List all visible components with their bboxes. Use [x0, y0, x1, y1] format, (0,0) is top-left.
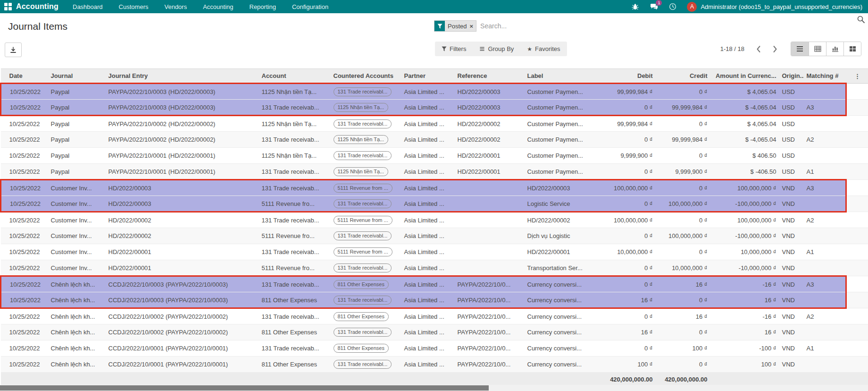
- cell-reference[interactable]: [455, 228, 525, 244]
- cell-opt[interactable]: [846, 132, 868, 148]
- cell-debit[interactable]: 100 ₫: [598, 357, 656, 373]
- cell-journal[interactable]: Paypal: [48, 100, 106, 116]
- cell-currency[interactable]: VND: [779, 260, 804, 276]
- cell-account[interactable]: 1125 Nhận tiền Tạ...: [259, 148, 331, 164]
- cell-credit[interactable]: 0 ₫: [656, 116, 710, 132]
- cell-label[interactable]: Customer Paymen...: [525, 84, 598, 100]
- cell-matching[interactable]: [804, 196, 846, 212]
- table-row[interactable]: 10/25/2022PaypalPAYPA/2022/10/0003 (HD/2…: [1, 100, 868, 116]
- cell-countered[interactable]: 131 Trade receivabl...: [331, 292, 401, 308]
- cell-countered[interactable]: 811 Other Expenses: [331, 276, 401, 292]
- cell-debit[interactable]: 0 ₫: [598, 132, 656, 148]
- view-graph-button[interactable]: [826, 42, 843, 56]
- cell-journal[interactable]: Paypal: [48, 84, 106, 100]
- cell-journal[interactable]: Chênh lệch kh...: [48, 357, 106, 373]
- menu-reporting[interactable]: Reporting: [250, 3, 276, 10]
- cell-date[interactable]: 10/25/2022: [1, 196, 48, 212]
- cell-partner[interactable]: Asia Limited ...: [401, 324, 455, 340]
- cell-countered[interactable]: 1125 Nhận tiền Tạ...: [331, 132, 401, 148]
- table-row[interactable]: 10/25/2022Customer Inv...HD/2022/0000351…: [1, 196, 868, 212]
- cell-reference[interactable]: HD/2022/00002: [455, 132, 525, 148]
- cell-matching[interactable]: [804, 260, 846, 276]
- column-header-partner[interactable]: Partner: [401, 69, 455, 84]
- cell-entry[interactable]: HD/2022/00002: [106, 228, 259, 244]
- cell-reference[interactable]: [455, 212, 525, 228]
- cell-amount[interactable]: -16 ₫: [710, 276, 779, 292]
- cell-countered[interactable]: 131 Trade receivabl...: [331, 228, 401, 244]
- cell-reference[interactable]: HD/2022/00002: [455, 116, 525, 132]
- cell-credit[interactable]: 0 ₫: [656, 357, 710, 373]
- cell-account[interactable]: 131 Trade receivab...: [259, 180, 331, 196]
- column-header-matching[interactable]: Matching #: [804, 69, 846, 84]
- cell-credit[interactable]: 10,000,000 ₫: [656, 260, 710, 276]
- cell-debit[interactable]: 0 ₫: [598, 276, 656, 292]
- filters-button[interactable]: Filters: [442, 45, 466, 52]
- cell-currency[interactable]: VND: [779, 180, 804, 196]
- cell-debit[interactable]: 0 ₫: [598, 164, 656, 180]
- cell-opt[interactable]: [846, 164, 868, 180]
- cell-date[interactable]: 10/25/2022: [1, 180, 48, 196]
- cell-journal[interactable]: Chênh lệch kh...: [48, 308, 106, 324]
- cell-account[interactable]: 1125 Nhận tiền Tạ...: [259, 84, 331, 100]
- cell-partner[interactable]: Asia Limited ...: [401, 148, 455, 164]
- cell-countered[interactable]: 131 Trade receivabl...: [331, 196, 401, 212]
- cell-partner[interactable]: Asia Limited ...: [401, 84, 455, 100]
- cell-account[interactable]: 131 Trade receivab...: [259, 212, 331, 228]
- cell-opt[interactable]: [846, 84, 868, 100]
- cell-currency[interactable]: VND: [779, 357, 804, 373]
- cell-opt[interactable]: [846, 260, 868, 276]
- cell-credit[interactable]: 0 ₫: [656, 84, 710, 100]
- cell-opt[interactable]: [846, 100, 868, 116]
- cell-partner[interactable]: Asia Limited ...: [401, 180, 455, 196]
- cell-currency[interactable]: USD: [779, 84, 804, 100]
- optional-columns-toggle[interactable]: ⋮: [846, 69, 868, 84]
- cell-date[interactable]: 10/25/2022: [1, 116, 48, 132]
- cell-label[interactable]: HD/2022/00001: [525, 244, 598, 260]
- cell-date[interactable]: 10/25/2022: [1, 212, 48, 228]
- cell-account[interactable]: 5111 Revenue fro...: [259, 260, 331, 276]
- cell-reference[interactable]: HD/2022/00001: [455, 164, 525, 180]
- cell-entry[interactable]: HD/2022/00003: [106, 180, 259, 196]
- table-row[interactable]: 10/25/2022PaypalPAYPA/2022/10/0001 (HD/2…: [1, 148, 868, 164]
- cell-partner[interactable]: Asia Limited ...: [401, 340, 455, 357]
- cell-journal[interactable]: Paypal: [48, 132, 106, 148]
- cell-account[interactable]: 1125 Nhận tiền Tạ...: [259, 116, 331, 132]
- cell-countered[interactable]: 131 Trade receivabl...: [331, 84, 401, 100]
- cell-account[interactable]: 131 Trade receivab...: [259, 276, 331, 292]
- cell-reference[interactable]: HD/2022/00003: [455, 84, 525, 100]
- cell-partner[interactable]: Asia Limited ...: [401, 132, 455, 148]
- cell-entry[interactable]: PAYPA/2022/10/0002 (HD/2022/00002): [106, 132, 259, 148]
- column-header-journal[interactable]: Journal: [48, 69, 106, 84]
- cell-currency[interactable]: VND: [779, 212, 804, 228]
- table-row[interactable]: 10/25/2022Chênh lệch kh...CCDJ/2022/10/0…: [1, 357, 868, 373]
- cell-date[interactable]: 10/25/2022: [1, 357, 48, 373]
- cell-label[interactable]: Logistic Service: [525, 196, 598, 212]
- table-row[interactable]: 10/25/2022PaypalPAYPA/2022/10/0001 (HD/2…: [1, 164, 868, 180]
- cell-matching[interactable]: A3: [804, 100, 846, 116]
- cell-countered[interactable]: 811 Other Expenses: [331, 340, 401, 357]
- cell-entry[interactable]: HD/2022/00001: [106, 260, 259, 276]
- cell-account[interactable]: 131 Trade receivab...: [259, 244, 331, 260]
- cell-debit[interactable]: 99,999,984 ₫: [598, 84, 656, 100]
- column-header-credit[interactable]: Credit: [656, 69, 710, 84]
- pager-next-button[interactable]: [769, 43, 781, 55]
- cell-debit[interactable]: 10,000,000 ₫: [598, 244, 656, 260]
- cell-entry[interactable]: CCDJ/2022/10/0002 (PAYPA/2022/10/0002): [106, 308, 259, 324]
- cell-currency[interactable]: USD: [779, 148, 804, 164]
- pager-previous-button[interactable]: [752, 43, 764, 55]
- messages-icon[interactable]: 1: [649, 2, 659, 11]
- menu-customers[interactable]: Customers: [119, 3, 149, 10]
- cell-date[interactable]: 10/25/2022: [1, 244, 48, 260]
- cell-account[interactable]: 131 Trade receivab...: [259, 164, 331, 180]
- cell-reference[interactable]: PAYPA/2022/10/0...: [455, 292, 525, 308]
- cell-opt[interactable]: [846, 244, 868, 260]
- cell-journal[interactable]: Paypal: [48, 164, 106, 180]
- menu-accounting[interactable]: Accounting: [203, 3, 233, 10]
- cell-amount[interactable]: 10,000,000 ₫: [710, 244, 779, 260]
- cell-label[interactable]: Currency conversi...: [525, 276, 598, 292]
- cell-date[interactable]: 10/25/2022: [1, 340, 48, 357]
- cell-entry[interactable]: CCDJ/2022/10/0001 (PAYPA/2022/10/0001): [106, 340, 259, 357]
- cell-date[interactable]: 10/25/2022: [1, 260, 48, 276]
- column-header-entry[interactable]: Journal Entry: [106, 69, 259, 84]
- cell-reference[interactable]: [455, 196, 525, 212]
